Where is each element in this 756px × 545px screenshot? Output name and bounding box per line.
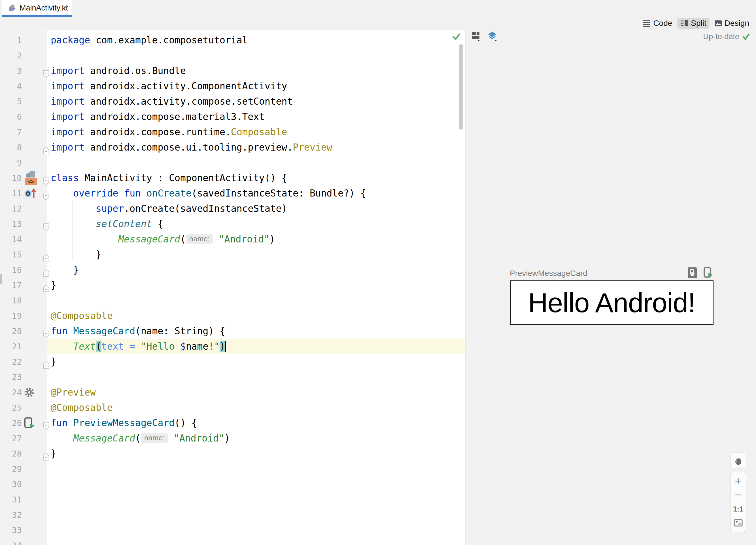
code-line[interactable]: 31 xyxy=(0,492,465,507)
line-number: 22 xyxy=(0,354,22,370)
code-token: import xyxy=(51,126,84,137)
fold-up-icon[interactable] xyxy=(43,251,50,258)
line-number: 12 xyxy=(0,201,22,216)
code-token: setContent xyxy=(96,218,152,229)
code-line[interactable]: 10<>class MainActivity : ComponentActivi… xyxy=(0,170,465,186)
interactive-preview-icon[interactable] xyxy=(687,267,697,280)
code-line[interactable]: 7import androidx.compose.runtime.Composa… xyxy=(0,124,465,140)
line-number: 18 xyxy=(0,293,22,308)
fold-down-icon[interactable] xyxy=(43,328,50,335)
code-editor[interactable]: 1package com.example.composetutorial23im… xyxy=(0,30,465,545)
code-line[interactable]: 17} xyxy=(0,278,465,293)
code-line[interactable]: 16 } xyxy=(0,262,465,278)
code-line[interactable]: 30 xyxy=(0,477,465,492)
code-line[interactable]: 1package com.example.composetutorial xyxy=(0,33,465,48)
zoom-out-button[interactable]: − xyxy=(730,489,746,501)
code-line[interactable]: 12 super.onCreate(savedInstanceState) xyxy=(0,201,465,216)
fold-up-icon[interactable] xyxy=(43,450,50,458)
line-number: 2 xyxy=(0,48,22,63)
code-line[interactable]: 19@Composable xyxy=(0,308,465,324)
fold-up-icon[interactable] xyxy=(43,266,50,274)
code-text: import androidx.compose.runtime.Composab… xyxy=(51,124,287,140)
preview-component-name[interactable]: PreviewMessageCard xyxy=(510,269,681,278)
code-text: } xyxy=(51,262,79,278)
code-line[interactable]: 26fun PreviewMessageCard() { xyxy=(0,415,465,431)
run-gutter-icon[interactable] xyxy=(24,417,35,429)
zoom-reset-button[interactable]: 1:1 xyxy=(730,503,746,515)
code-line[interactable]: 29 xyxy=(0,461,465,477)
code-token: { xyxy=(152,218,163,229)
editor-scrollbar[interactable] xyxy=(459,44,463,130)
splitter-handle[interactable] xyxy=(0,274,2,284)
code-line[interactable]: 15 } xyxy=(0,247,465,262)
code-token: ( xyxy=(180,234,186,245)
preview-render-frame[interactable]: Hello Android! xyxy=(510,281,713,325)
tab-code[interactable]: Code xyxy=(639,18,675,29)
code-line[interactable]: 20fun MessageCard(name: String) { xyxy=(0,324,465,339)
code-line[interactable]: 4import androidx.activity.ComponentActiv… xyxy=(0,78,465,94)
code-line[interactable]: 34 xyxy=(0,538,465,545)
code-text: @Composable xyxy=(51,400,113,415)
code-line[interactable]: 33 xyxy=(0,523,465,538)
code-text: fun MessageCard(name: String) { xyxy=(51,324,225,339)
code-line[interactable]: 22} xyxy=(0,354,465,370)
code-line[interactable]: 27 MessageCard(name: "Android") xyxy=(0,431,465,446)
code-line[interactable]: 3import android.os.Bundle xyxy=(0,63,465,78)
analysis-ok-icon[interactable] xyxy=(452,33,460,42)
layout-view-options-icon[interactable] xyxy=(472,31,481,42)
code-token: ( xyxy=(96,341,101,352)
tab-split[interactable]: Split xyxy=(677,18,709,29)
code-token: android.os.Bundle xyxy=(84,65,186,76)
code-line[interactable]: 18 xyxy=(0,293,465,308)
split-view-icon xyxy=(680,20,688,27)
code-token: class xyxy=(51,172,79,183)
code-token: @Composable xyxy=(51,402,113,413)
code-line[interactable]: 14 MessageCard(name: "Android") xyxy=(0,232,465,247)
class-xml-gutter-icon[interactable]: <> xyxy=(24,171,39,185)
gear-gutter-icon[interactable] xyxy=(24,387,34,398)
run-preview-icon[interactable] xyxy=(703,267,713,280)
code-text: @Preview xyxy=(51,385,96,400)
fold-up-icon[interactable] xyxy=(43,144,50,151)
preview-toolbar: Up-to-date xyxy=(466,30,756,44)
code-token: MessageCard xyxy=(118,234,180,245)
tab-mainactivity[interactable]: MainActivity.kt × xyxy=(2,0,72,17)
code-text: } xyxy=(51,446,56,461)
line-number: 15 xyxy=(0,247,22,262)
fold-up-icon[interactable] xyxy=(43,282,50,289)
code-line[interactable]: 9 xyxy=(0,155,465,170)
code-line[interactable]: 23 xyxy=(0,370,465,385)
code-line[interactable]: 24@Preview xyxy=(0,385,465,400)
override-gutter-icon[interactable] xyxy=(24,188,37,199)
code-line[interactable]: 5import androidx.activity.compose.setCon… xyxy=(0,94,465,109)
fold-up-icon[interactable] xyxy=(43,358,50,366)
zoom-in-button[interactable]: + xyxy=(730,475,746,487)
code-token: import xyxy=(51,80,84,92)
code-line[interactable]: 2 xyxy=(0,48,465,63)
tab-design[interactable]: Design xyxy=(711,18,752,29)
code-line[interactable]: 13 setContent { xyxy=(0,216,465,232)
code-line[interactable]: 6import androidx.compose.material3.Text xyxy=(0,109,465,124)
code-line[interactable]: 25@Composable xyxy=(0,400,465,415)
code-line[interactable]: 21 Text(text = "Hello $name!") xyxy=(0,339,465,354)
code-line[interactable]: 28} xyxy=(0,446,465,461)
code-line[interactable]: 11 override fun onCreate(savedInstanceSt… xyxy=(0,186,465,201)
status-check-icon xyxy=(742,33,750,41)
fold-down-icon[interactable] xyxy=(43,67,50,75)
code-text: import androidx.activity.ComponentActivi… xyxy=(51,78,287,94)
line-number: 25 xyxy=(0,400,22,415)
layers-view-icon[interactable] xyxy=(487,31,498,43)
preview-canvas[interactable]: PreviewMessageCard Hello Android! xyxy=(466,44,756,545)
fold-down-icon[interactable] xyxy=(43,220,50,228)
pan-tool-button[interactable] xyxy=(730,453,746,468)
compose-preview-panel: Up-to-date PreviewMessageCard xyxy=(466,30,756,545)
line-number: 30 xyxy=(0,477,22,492)
code-line[interactable]: 32 xyxy=(0,507,465,523)
fold-down-icon[interactable] xyxy=(43,174,50,182)
code-token: MainActivity : ComponentActivity() { xyxy=(79,172,287,183)
fold-down-icon[interactable] xyxy=(43,419,50,427)
close-icon[interactable]: × xyxy=(63,0,68,15)
fold-down-icon[interactable] xyxy=(43,190,50,197)
zoom-to-fit-button[interactable] xyxy=(730,517,746,529)
code-line[interactable]: 8import androidx.compose.ui.tooling.prev… xyxy=(0,140,465,155)
